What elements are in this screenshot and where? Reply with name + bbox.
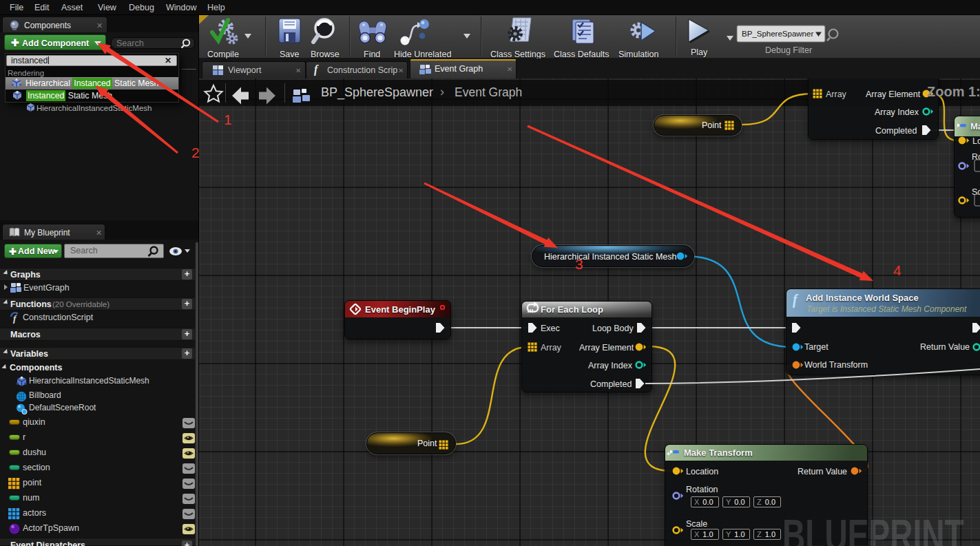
svg-text:BP_SphereSpawner: BP_SphereSpawner bbox=[742, 30, 813, 38]
svg-text:f: f bbox=[13, 313, 17, 324]
